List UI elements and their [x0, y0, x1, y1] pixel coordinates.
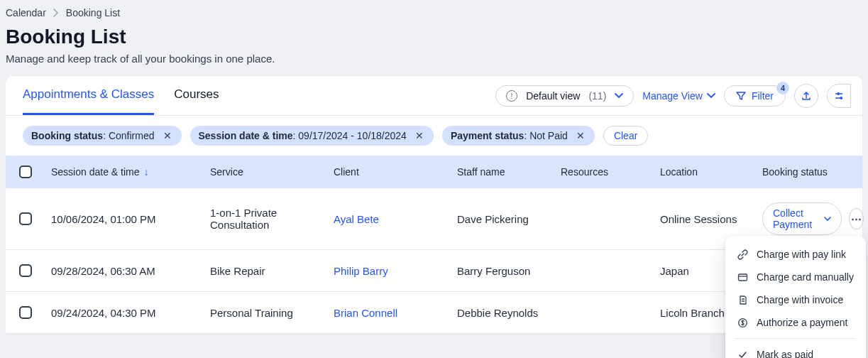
col-location[interactable]: Location [654, 166, 757, 178]
tab-appointments[interactable]: Appointments & Classes [23, 76, 154, 115]
svg-rect-0 [738, 274, 747, 281]
col-session-date[interactable]: Session date & time ↓ [45, 166, 204, 178]
chip-text: Booking status: Confirmed [31, 130, 155, 141]
filter-chip-payment-status[interactable]: Payment status: Not Paid ✕ [442, 126, 595, 146]
menu-mark-paid[interactable]: Mark as paid [725, 343, 866, 358]
menu-charge-invoice[interactable]: Charge with invoice [725, 288, 866, 311]
tabs-toolbar: Appointments & Classes Courses ! Default… [6, 76, 862, 116]
cell-staff: Debbie Reynolds [451, 307, 555, 319]
dollar-icon [737, 317, 748, 328]
settings-button[interactable] [827, 84, 851, 108]
client-link[interactable]: Philip Barry [328, 265, 451, 277]
check-icon [737, 349, 748, 358]
collect-payment-button[interactable]: Collect Payment [762, 202, 842, 235]
cell-staff: Dave Pickering [451, 213, 555, 225]
sort-down-icon: ↓ [144, 166, 149, 178]
col-service[interactable]: Service [204, 166, 328, 178]
menu-authorize[interactable]: Authorize a payment [725, 311, 866, 334]
tab-courses-label: Courses [174, 87, 219, 102]
menu-charge-paylink[interactable]: Charge with pay link [725, 243, 866, 266]
col-booking-status[interactable]: Booking status [757, 166, 862, 178]
view-name: Default view [526, 90, 580, 102]
filter-chips: Booking status: Confirmed ✕ Session date… [6, 116, 862, 156]
menu-charge-card[interactable]: Charge card manually [725, 266, 866, 288]
link-icon [737, 249, 748, 260]
chip-text: Session date & time: 09/17/2024 - 10/18/… [199, 130, 407, 141]
table-header: Session date & time ↓ Service Client Sta… [6, 156, 862, 188]
card-icon [737, 271, 748, 283]
collect-payment-dropdown: Charge with pay link Charge card manuall… [725, 236, 866, 358]
collect-payment-label: Collect Payment [773, 207, 818, 230]
chip-text: Payment status: Not Paid [451, 130, 568, 141]
client-link[interactable]: Brian Connell [328, 307, 451, 319]
tab-appointments-label: Appointments & Classes [23, 87, 154, 102]
menu-label: Charge with invoice [757, 294, 843, 305]
breadcrumb-root[interactable]: Calendar [6, 7, 46, 18]
page-subtitle: Manage and keep track of all your bookin… [6, 53, 862, 65]
close-icon[interactable]: ✕ [414, 130, 425, 141]
cell-actions: Collect Payment ⋯ [757, 202, 868, 235]
col-resources[interactable]: Resources [555, 166, 654, 178]
clear-filters-button[interactable]: Clear [603, 126, 648, 146]
row-more-button[interactable]: ⋯ [849, 208, 864, 229]
menu-label: Authorize a payment [757, 317, 847, 328]
col-staff[interactable]: Staff name [451, 166, 555, 178]
cell-date: 09/24/2024, 04:30 PM [45, 307, 204, 319]
clear-label: Clear [614, 130, 637, 141]
col-client[interactable]: Client [328, 166, 451, 178]
cell-date: 10/06/2024, 01:00 PM [45, 213, 204, 225]
cell-date: 09/28/2024, 06:30 AM [45, 265, 204, 277]
row-checkbox[interactable] [19, 212, 32, 225]
menu-label: Charge card manually [757, 271, 854, 283]
invoice-icon [737, 294, 748, 305]
view-selector[interactable]: ! Default view (11) [495, 85, 634, 107]
close-icon[interactable]: ✕ [575, 130, 586, 141]
more-icon: ⋯ [851, 212, 862, 225]
page-title: Booking List [6, 26, 862, 48]
filter-label: Filter [752, 90, 774, 102]
menu-label: Mark as paid [757, 349, 813, 358]
tabs: Appointments & Classes Courses [6, 76, 219, 115]
breadcrumb-current: Booking List [66, 7, 120, 18]
cell-staff: Barry Ferguson [451, 265, 555, 277]
close-icon[interactable]: ✕ [162, 130, 173, 141]
info-icon: ! [506, 90, 517, 102]
cell-service: 1-on-1 Private Consultation [204, 207, 328, 231]
select-all-checkbox[interactable] [19, 166, 32, 178]
client-link[interactable]: Ayal Bete [328, 213, 451, 225]
export-icon [801, 91, 811, 101]
cell-location: Online Sessions [654, 213, 757, 225]
export-button[interactable] [794, 84, 818, 108]
row-checkbox[interactable] [19, 264, 32, 277]
filter-button[interactable]: Filter 4 [724, 85, 786, 107]
manage-view-button[interactable]: Manage View [642, 90, 715, 102]
filter-count-badge: 4 [776, 82, 789, 94]
chevron-down-icon [707, 93, 715, 99]
breadcrumb: Calendar Booking List [0, 0, 868, 21]
filter-chip-session-date[interactable]: Session date & time: 09/17/2024 - 10/18/… [190, 126, 434, 146]
toolbar-actions: ! Default view (11) Manage View Filter 4 [495, 84, 851, 108]
filter-chip-booking-status[interactable]: Booking status: Confirmed ✕ [23, 126, 182, 146]
chevron-down-icon [615, 93, 623, 99]
page-header: Booking List Manage and keep track of al… [0, 21, 868, 76]
menu-separator [735, 338, 856, 339]
select-all-cell [6, 166, 45, 178]
cell-service: Personal Training [204, 307, 328, 319]
menu-label: Charge with pay link [757, 249, 846, 260]
row-checkbox[interactable] [19, 306, 32, 319]
tab-courses[interactable]: Courses [174, 76, 219, 115]
cell-service: Bike Repair [204, 265, 328, 277]
view-count: (11) [588, 90, 606, 102]
filter-icon [736, 91, 746, 101]
chevron-down-icon [824, 217, 831, 222]
sliders-icon [834, 91, 844, 101]
manage-view-label: Manage View [642, 90, 703, 102]
chevron-right-icon [53, 9, 59, 17]
